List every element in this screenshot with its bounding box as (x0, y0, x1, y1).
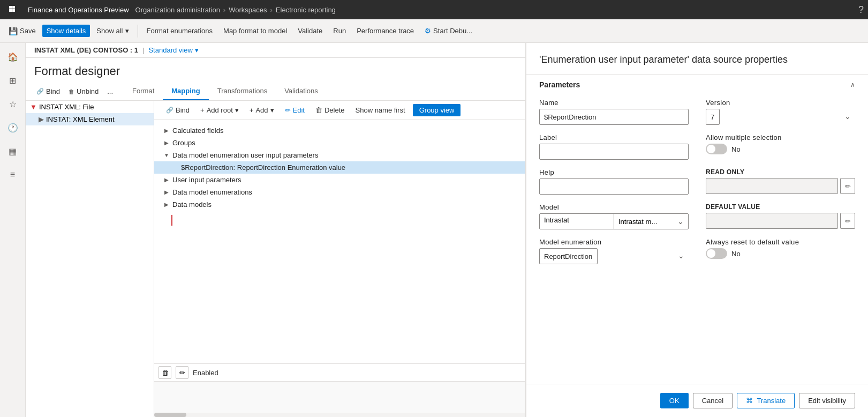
more-action-button[interactable]: ... (105, 86, 115, 96)
default-value-edit-button[interactable]: ✏ (840, 213, 855, 229)
standard-view-dropdown[interactable]: Standard view ▾ (148, 46, 198, 54)
edit-icon-bottom: ✏ (179, 369, 185, 377)
allow-multiple-selection-toggle-label: No (731, 145, 741, 153)
format-tree-item-instat-element[interactable]: ▶ INSTAT: XML Element (26, 113, 154, 125)
plus-icon-2: + (250, 106, 254, 114)
read-only-edit-button[interactable]: ✏ (840, 178, 855, 194)
tab-validations[interactable]: Validations (276, 83, 327, 100)
default-value-input-group: ✏ (706, 213, 855, 229)
format-tree-item-instat-file[interactable]: ▼ INSTAT XML: File (26, 101, 154, 113)
performance-trace-button[interactable]: Performance trace (352, 25, 418, 37)
show-details-button[interactable]: Show details (42, 25, 90, 37)
read-only-field: READ ONLY ✏ (706, 168, 855, 195)
edit-button[interactable]: ✏ Edit (282, 105, 308, 116)
arrow-right-icon: ▶ (39, 115, 44, 123)
cursor-line (171, 215, 172, 226)
allow-multiple-selection-label: Allow multiple selection (706, 133, 855, 142)
breadcrumb-electronic-reporting[interactable]: Electronic reporting (276, 6, 336, 14)
chevron-down-icon: ▾ (235, 106, 239, 114)
parameters-section-header[interactable]: Parameters ∧ (526, 75, 868, 94)
tab-mapping[interactable]: Mapping (163, 83, 208, 100)
save-icon: 💾 (9, 27, 18, 35)
version-select[interactable]: 7654 (706, 109, 720, 125)
translate-button[interactable]: ⌘ Translate (737, 393, 795, 408)
expand-icon-data-model-enum[interactable]: ▼ (163, 152, 170, 159)
breadcrumb: Organization administration › Workspaces… (135, 6, 336, 14)
expand-icon-report-direction[interactable] (171, 164, 179, 172)
tree-item-calculated-fields[interactable]: ▶ Calculated fields (154, 124, 525, 137)
expand-icon-calculated[interactable]: ▶ (163, 127, 170, 135)
allow-multiple-selection-toggle[interactable] (706, 144, 727, 154)
label-input[interactable] (539, 144, 689, 160)
expand-icon-data-models[interactable]: ▶ (163, 201, 170, 208)
plus-icon: + (200, 106, 205, 114)
bottom-pane: 🗑 ✏ Enabled (154, 363, 525, 417)
read-only-input-group: ✏ (706, 178, 855, 194)
expand-icon-groups[interactable]: ▶ (163, 139, 170, 147)
ok-button[interactable]: OK (660, 393, 689, 408)
mapping-bind-button[interactable]: 🔗 Bind (163, 105, 193, 116)
read-only-label: READ ONLY (706, 168, 855, 176)
delete-button[interactable]: 🗑 Delete (312, 105, 348, 116)
format-tree-item-label: INSTAT: XML Element (46, 115, 115, 123)
edit-visibility-button[interactable]: Edit visibility (799, 393, 855, 408)
scroll-thumb[interactable] (154, 413, 186, 417)
right-panel-title: 'Enumeration user input parameter' data … (526, 43, 868, 75)
tree-item-report-direction[interactable]: $ReportDirection: ReportDirection Enumer… (154, 161, 525, 174)
mapping-pane: 🔗 Bind + Add root ▾ + Add ▾ ✏ (154, 101, 525, 417)
parameters-collapse-icon[interactable]: ∧ (850, 81, 855, 88)
model-select-part[interactable]: Intrastat m... (614, 214, 688, 229)
tree-item-groups[interactable]: ▶ Groups (154, 137, 525, 149)
parameters-form: Name Version 7654 Label (526, 94, 868, 275)
model-enumeration-select[interactable]: ReportDirection (539, 248, 598, 264)
version-label: Version (706, 99, 855, 107)
name-input[interactable] (539, 109, 689, 125)
tree-item-data-model-enumerations[interactable]: ▶ Data model enumerations (154, 186, 525, 198)
sidebar-grid-icon[interactable]: ▦ (3, 142, 22, 161)
show-name-first-button[interactable]: Show name first (352, 105, 409, 116)
tree-item-user-input-params[interactable]: ▶ User input parameters (154, 174, 525, 186)
bottom-edit-button[interactable]: ✏ (176, 366, 188, 379)
svg-rect-1 (12, 6, 15, 9)
validate-button[interactable]: Validate (293, 25, 327, 37)
sub-header: INSTAT XML (DE) CONTOSO : 1 | Standard v… (26, 43, 525, 58)
add-button[interactable]: + Add ▾ (246, 105, 277, 116)
always-reset-toggle[interactable] (706, 248, 727, 259)
tab-transformations[interactable]: Transformations (209, 83, 276, 100)
expand-icon-data-model-enums[interactable]: ▶ (163, 189, 170, 196)
bottom-toolbar: 🗑 ✏ Enabled (154, 364, 525, 382)
format-tree-item-label: INSTAT XML: File (39, 103, 94, 111)
link-icon: 🔗 (166, 107, 173, 114)
show-all-button[interactable]: Show all ▾ (92, 25, 133, 37)
cancel-button[interactable]: Cancel (693, 393, 733, 408)
scroll-bar[interactable] (154, 413, 525, 417)
format-enumerations-button[interactable]: Format enumerations (142, 25, 217, 37)
tree-item-data-model-enum[interactable]: ▼ Data model enumeration user input para… (154, 149, 525, 161)
grid-menu-icon[interactable] (4, 0, 21, 19)
bind-action-button[interactable]: 🔗 Bind (34, 86, 62, 96)
allow-multiple-selection-field: Allow multiple selection No (706, 133, 855, 160)
sidebar-filter-icon[interactable]: ⊞ (3, 71, 22, 90)
tab-format[interactable]: Format (124, 83, 163, 100)
help-input[interactable] (539, 178, 689, 195)
save-button[interactable]: 💾 Save (4, 25, 40, 38)
start-debug-button[interactable]: ⚙ Start Debu... (420, 25, 477, 37)
sidebar-clock-icon[interactable]: 🕐 (3, 118, 22, 137)
sidebar-home-icon[interactable]: 🏠 (3, 47, 22, 66)
tree-item-data-models[interactable]: ▶ Data models (154, 198, 525, 211)
help-icon[interactable]: ? (858, 4, 864, 16)
run-button[interactable]: Run (329, 25, 350, 37)
map-format-to-model-button[interactable]: Map format to model (219, 25, 291, 37)
sub-header-title: INSTAT XML (DE) CONTOSO : 1 (34, 46, 138, 54)
add-root-button[interactable]: + Add root ▾ (197, 105, 242, 116)
unbind-action-button[interactable]: 🗑 Unbind (66, 86, 101, 96)
group-view-button[interactable]: Group view (413, 104, 461, 116)
main-toolbar: 💾 Save Show details Show all ▾ Format en… (0, 19, 868, 43)
sidebar-star-icon[interactable]: ☆ (3, 94, 22, 114)
bottom-delete-button[interactable]: 🗑 (158, 366, 171, 379)
expand-icon-user-input[interactable]: ▶ (163, 176, 170, 184)
sidebar-list-icon[interactable]: ≡ (3, 165, 22, 184)
pane-container: ▼ INSTAT XML: File ▶ INSTAT: XML Element… (26, 101, 525, 417)
breadcrumb-org-admin[interactable]: Organization administration (135, 6, 220, 14)
breadcrumb-workspaces[interactable]: Workspaces (229, 6, 267, 14)
